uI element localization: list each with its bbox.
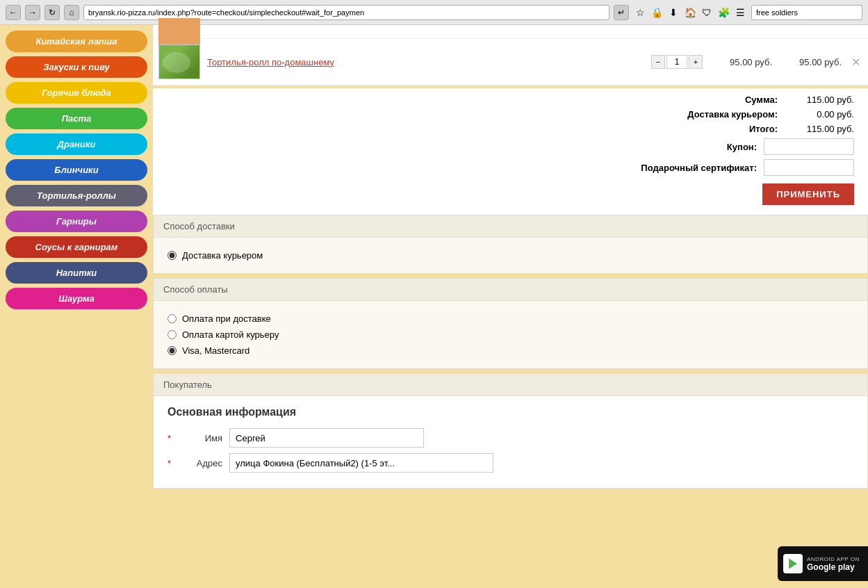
address-input[interactable] (229, 453, 493, 473)
payment-radio-cash[interactable] (167, 314, 177, 323)
apply-button[interactable]: ПРИМЕНИТЬ (762, 183, 854, 205)
summary-section: Сумма: 115.00 руб. Доставка курьером: 0.… (153, 88, 868, 215)
lock-icon[interactable]: 🔒 (650, 6, 664, 19)
subtotal-row: Сумма: 115.00 руб. (167, 92, 854, 107)
google-play-bottom-text: Google play (807, 562, 860, 572)
payment-radio-visa[interactable] (167, 346, 177, 355)
go-button[interactable]: ↵ (614, 5, 629, 20)
toolbar-icons: ☆ 🔒 ⬇ 🏠 🛡 🧩 ☰ (633, 6, 747, 19)
sidebar-item-tortilla-rolls[interactable]: Тортилья-роллы (6, 185, 147, 206)
google-play-top-text: ANDROID APP ON (807, 556, 860, 562)
order-section: Тортилья-ролл по-домашнему − + 95.00 руб… (153, 25, 868, 85)
google-play-icon (783, 554, 803, 573)
google-play-badge[interactable]: ANDROID APP ON Google play (778, 546, 868, 581)
sidebar-item-hot-dishes[interactable]: Горячие блюда (6, 82, 147, 104)
name-required-star: * (167, 433, 171, 443)
shield-icon[interactable]: 🛡 (700, 6, 714, 19)
name-input[interactable] (229, 428, 424, 448)
form-title: Основная информация (167, 406, 853, 418)
delivery-option-courier-label: Доставка курьером (182, 250, 263, 261)
qty-increase-button[interactable]: + (689, 55, 703, 69)
buyer-section: Покупатель Основная информация * Имя * А… (153, 373, 868, 489)
qty-control: − + (651, 55, 703, 69)
delivery-option-courier[interactable]: Доставка курьером (167, 247, 853, 263)
buyer-section-header: Покупатель (154, 374, 867, 396)
gift-label: Подарочный сертификат: (632, 163, 757, 173)
back-button[interactable]: ← (6, 5, 21, 20)
delivery-row: Доставка курьером: 0.00 руб. (167, 107, 854, 122)
delivery-label: Доставка курьером: (653, 109, 778, 120)
payment-option-cash[interactable]: Оплата при доставке (167, 311, 853, 327)
sidebar-item-drinks[interactable]: Напитки (6, 262, 147, 284)
total-label: Итого: (653, 124, 778, 134)
payment-option-card-courier-label: Оплата картой курьеру (182, 329, 279, 340)
qty-input[interactable] (666, 55, 687, 69)
payment-option-cash-label: Оплата при доставке (182, 313, 271, 324)
payment-radio-card-courier[interactable] (167, 330, 177, 339)
remove-item-button[interactable]: ✕ (849, 55, 862, 69)
forward-button[interactable]: → (25, 5, 40, 20)
subtotal-value: 115.00 руб. (785, 95, 854, 105)
menu-icon[interactable]: ☰ (733, 6, 747, 19)
payment-section-header: Способ оплаты (154, 279, 867, 301)
address-required-star: * (167, 458, 171, 468)
payment-option-card-courier[interactable]: Оплата картой курьеру (167, 327, 853, 343)
download-icon[interactable]: ⬇ (666, 6, 680, 19)
sidebar-item-garnishes[interactable]: Гарниры (6, 211, 147, 232)
delivery-value: 0.00 руб. (785, 109, 854, 120)
total-row: Итого: 115.00 руб. (167, 122, 854, 136)
reload-button[interactable]: ↻ (44, 5, 60, 20)
sidebar-item-chinese-noodle[interactable]: Китайская лапша (6, 31, 147, 52)
name-label: Имя (181, 433, 222, 443)
delivery-section: Способ доставки Доставка курьером (153, 215, 868, 274)
row-total: 95.00 руб. (779, 57, 842, 67)
coupon-label: Купон: (632, 142, 757, 152)
buyer-section-body: Основная информация * Имя * Адрес (154, 396, 867, 488)
coupon-row: Купон: (167, 136, 854, 157)
subtotal-label: Сумма: (653, 95, 778, 105)
gift-row: Подарочный сертификат: (167, 157, 854, 178)
puzzle-icon[interactable]: 🧩 (716, 6, 730, 19)
payment-option-visa[interactable]: Visa, Mastercard (167, 343, 853, 359)
cart-row-tortilla: Тортилья-ролл по-домашнему − + 95.00 руб… (153, 39, 868, 85)
main-content: Тортилья-ролл по-домашнему − + 95.00 руб… (153, 25, 868, 588)
sidebar: Китайская лапша Закуски к пиву Горячие б… (0, 25, 153, 588)
sidebar-item-beer-snacks[interactable]: Закуски к пиву (6, 56, 147, 78)
coupon-input[interactable] (764, 138, 854, 155)
search-input[interactable] (751, 5, 862, 20)
sidebar-item-draniki[interactable]: Драники (6, 133, 147, 155)
product-link-tortilla[interactable]: Тортилья-ролл по-домашнему (207, 57, 644, 67)
sidebar-item-pancakes[interactable]: Блинчики (6, 159, 147, 181)
address-row: * Адрес (167, 453, 853, 473)
page-wrapper: Китайская лапша Закуски к пиву Горячие б… (0, 25, 868, 588)
qty-decrease-button[interactable]: − (651, 55, 665, 69)
sidebar-item-shawarma[interactable]: Шаурма (6, 288, 147, 309)
sidebar-item-pasta[interactable]: Паста (6, 108, 147, 129)
sidebar-item-sauces[interactable]: Соусы к гарнирам (6, 236, 147, 258)
total-value: 115.00 руб. (785, 124, 854, 134)
home2-icon[interactable]: 🏠 (683, 6, 697, 19)
delivery-section-body: Доставка курьером (154, 238, 867, 273)
name-row: * Имя (167, 428, 853, 448)
payment-option-visa-label: Visa, Mastercard (182, 345, 249, 356)
delivery-section-header: Способ доставки (154, 215, 867, 238)
payment-section: Способ оплаты Оплата при доставке Оплата… (153, 278, 868, 369)
star-icon[interactable]: ☆ (633, 6, 647, 19)
address-label: Адрес (181, 458, 222, 468)
payment-section-body: Оплата при доставке Оплата картой курьер… (154, 301, 867, 368)
product-image-tortilla (158, 44, 200, 79)
unit-price: 95.00 руб. (710, 57, 772, 67)
gift-input[interactable] (764, 159, 854, 176)
svg-marker-0 (789, 559, 797, 569)
delivery-radio-courier[interactable] (167, 251, 177, 260)
home-button[interactable]: ⌂ (64, 5, 79, 20)
browser-chrome: ← → ↻ ⌂ ↵ ☆ 🔒 ⬇ 🏠 🛡 🧩 ☰ (0, 0, 868, 25)
google-play-text: ANDROID APP ON Google play (807, 556, 860, 572)
